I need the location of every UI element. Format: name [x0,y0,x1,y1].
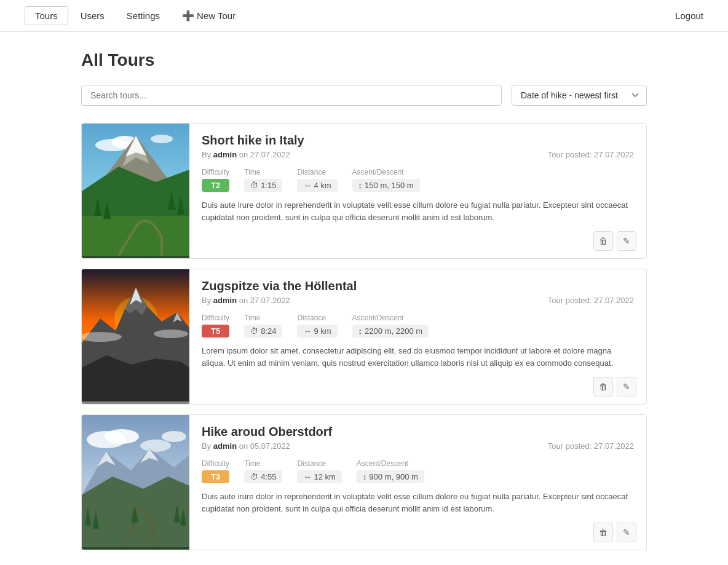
tour-meta: By admin on 27.07.2022 Tour posted: 27.0… [202,150,634,159]
tour-posted: Tour posted: 27.07.2022 [548,296,634,305]
tour-body: Hike aroud Oberstdorf By admin on 05.07.… [189,415,646,550]
distance-value: ↔ 12 km [297,470,341,483]
stats-row: Difficulty T2 Time ⏱ 1:15 Distance ↔ 4 k… [202,168,634,192]
tour-body: Short hike in Italy By admin on 27.07.20… [189,124,646,258]
tour-description: Lorem ipsum dolor sit amet, consectetur … [202,345,634,369]
tour-meta: By admin on 27.07.2022 Tour posted: 27.0… [202,296,634,305]
ascent-block: Ascent/Descent ↕ 2200 m, 2200 m [352,314,429,338]
nav-settings[interactable]: Settings [117,7,170,25]
edit-button[interactable]: ✎ [617,523,636,542]
clock-icon: ⏱ [250,181,258,190]
arrows-icon: ↔ [303,472,311,481]
difficulty-block: Difficulty T3 [202,459,229,483]
main-content: All Tours Date of hike - newest firstDat… [69,32,659,565]
updown-icon: ↕ [358,326,363,336]
delete-button[interactable]: 🗑 [593,377,613,397]
tour-card: Short hike in Italy By admin on 27.07.20… [81,123,647,259]
clock-icon: ⏱ [250,472,258,481]
tour-card: Zugspitze via the Höllental By admin on … [81,269,647,405]
tour-image [82,124,189,258]
time-label: Time [244,459,282,468]
ascent-label: Ascent/Descent [357,459,424,468]
tour-title: Hike aroud Oberstdorf [202,425,634,439]
svg-rect-8 [82,216,189,256]
tour-image [82,269,189,404]
arrows-icon: ↔ [303,181,311,190]
tour-author: By admin on 05.07.2022 [202,441,290,451]
time-label: Time [244,314,282,322]
nav-new-tour[interactable]: ➕ New Tour [172,6,245,25]
edit-button[interactable]: ✎ [617,377,636,397]
difficulty-badge: T2 [202,179,229,192]
tour-author: By admin on 27.07.2022 [202,296,290,305]
difficulty-label: Difficulty [202,459,229,468]
ascent-block: Ascent/Descent ↕ 900 m, 900 m [357,459,424,483]
distance-value: ↔ 9 km [297,325,337,338]
card-actions: 🗑 ✎ [593,377,636,397]
nav-logout[interactable]: Logout [675,10,703,21]
controls-row: Date of hike - newest firstDate of hike … [81,85,647,106]
nav-tours[interactable]: Tours [25,6,68,25]
arrows-icon: ↔ [303,326,311,336]
tour-body: Zugspitze via the Höllental By admin on … [189,269,646,404]
clock-icon: ⏱ [250,326,258,336]
updown-icon: ↕ [358,181,363,190]
tour-title: Zugspitze via the Höllental [202,279,634,293]
difficulty-block: Difficulty T5 [202,314,229,338]
delete-button[interactable]: 🗑 [593,523,613,542]
time-block: Time ⏱ 4:55 [244,459,282,483]
updown-icon: ↕ [363,472,367,481]
ascent-value: ↕ 150 m, 150 m [352,179,420,192]
time-label: Time [244,168,282,176]
tour-posted: Tour posted: 27.07.2022 [548,441,634,451]
navbar: Tours Users Settings ➕ New Tour Logout [0,0,728,32]
page-title: All Tours [81,50,647,70]
distance-value: ↔ 4 km [297,179,337,192]
time-value: ⏱ 4:55 [244,470,282,483]
svg-point-27 [162,431,186,442]
distance-block: Distance ↔ 4 km [297,168,337,192]
plus-icon: ➕ [182,10,194,22]
tour-description: Duis aute irure dolor in reprehenderit i… [202,199,634,223]
tour-meta: By admin on 05.07.2022 Tour posted: 27.0… [202,441,634,451]
distance-label: Distance [297,168,337,176]
time-value: ⏱ 1:15 [244,179,282,192]
svg-point-3 [151,135,173,143]
distance-block: Distance ↔ 9 km [297,314,337,338]
time-value: ⏱ 8:24 [244,325,282,338]
stats-row: Difficulty T5 Time ⏱ 8:24 Distance ↔ 9 k… [202,314,634,338]
svg-point-21 [154,330,188,338]
tour-card: Hike aroud Oberstdorf By admin on 05.07.… [81,414,647,550]
ascent-label: Ascent/Descent [352,314,429,322]
tour-title: Short hike in Italy [202,133,634,148]
difficulty-label: Difficulty [202,168,229,176]
difficulty-badge: T3 [202,470,229,483]
sort-select[interactable]: Date of hike - newest firstDate of hike … [512,85,647,106]
edit-button[interactable]: ✎ [617,231,636,251]
time-block: Time ⏱ 8:24 [244,314,282,338]
difficulty-label: Difficulty [202,314,229,322]
nav-links: Tours Users Settings ➕ New Tour [25,6,675,25]
ascent-value: ↕ 2200 m, 2200 m [352,325,429,338]
time-block: Time ⏱ 1:15 [244,168,282,192]
tour-image [82,415,189,550]
card-actions: 🗑 ✎ [593,523,636,542]
svg-point-26 [140,440,171,452]
distance-label: Distance [297,459,341,468]
tours-list: Short hike in Italy By admin on 27.07.20… [81,123,647,550]
nav-users[interactable]: Users [71,7,114,25]
difficulty-badge: T5 [202,325,229,338]
search-input[interactable] [81,85,502,106]
ascent-label: Ascent/Descent [352,168,420,176]
tour-author: By admin on 27.07.2022 [202,150,290,159]
distance-block: Distance ↔ 12 km [297,459,341,483]
tour-description: Duis aute irure dolor in reprehenderit i… [202,491,634,515]
card-actions: 🗑 ✎ [593,231,636,251]
delete-button[interactable]: 🗑 [593,231,613,251]
ascent-value: ↕ 900 m, 900 m [357,470,424,483]
tour-posted: Tour posted: 27.07.2022 [548,150,634,159]
ascent-block: Ascent/Descent ↕ 150 m, 150 m [352,168,420,192]
difficulty-block: Difficulty T2 [202,168,229,192]
distance-label: Distance [297,314,337,322]
stats-row: Difficulty T3 Time ⏱ 4:55 Distance ↔ 12 … [202,459,634,483]
